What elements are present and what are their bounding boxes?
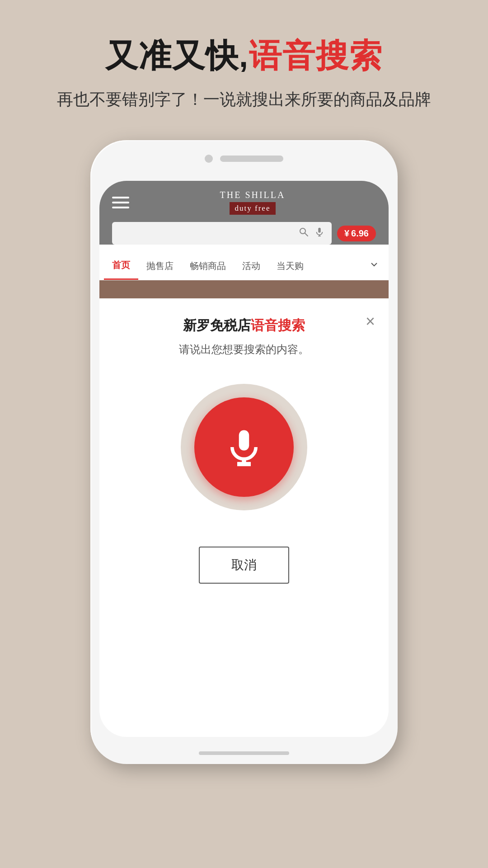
phone-screen: The Shilla duty free <box>99 181 389 737</box>
headline: 又准又快,语音搜索 <box>0 36 488 75</box>
search-icon <box>298 226 309 240</box>
nav-tab-events[interactable]: 活动 <box>234 253 268 279</box>
logo-title: The Shilla <box>220 190 286 200</box>
hamburger-line3 <box>112 207 129 208</box>
page-background: 又准又快,语音搜索 再也不要错别字了！一说就搜出来所要的商品及品牌 <box>0 0 488 868</box>
nav-tab-outlet[interactable]: 抛售店 <box>138 253 182 279</box>
hamburger-menu[interactable] <box>112 197 129 208</box>
svg-line-1 <box>305 233 308 236</box>
hamburger-line1 <box>112 197 129 198</box>
hamburger-line2 <box>112 202 129 203</box>
nav-tab-more[interactable] <box>364 252 384 280</box>
cart-badge[interactable]: ¥ 6.96 <box>337 226 376 241</box>
cart-value: 6.96 <box>351 228 369 239</box>
app-header-top: The Shilla duty free <box>112 190 376 222</box>
svg-rect-5 <box>239 430 249 451</box>
voice-search-popup: × 新罗免税店语音搜索 请说出您想要搜索的内容。 <box>99 298 389 584</box>
close-button[interactable]: × <box>366 312 375 331</box>
mic-button[interactable] <box>194 397 294 497</box>
phone-home-indicator <box>199 751 289 755</box>
phone-outer: The Shilla duty free <box>90 140 398 764</box>
logo-subtitle-box: duty free <box>230 202 276 215</box>
logo-subtitle-text: duty free <box>235 204 271 212</box>
nav-tab-today[interactable]: 当天购 <box>268 253 312 279</box>
phone-camera <box>205 155 213 163</box>
mic-icon <box>224 427 264 467</box>
cart-currency: ¥ <box>344 228 349 239</box>
mic-icon-header[interactable] <box>314 227 324 240</box>
mic-outer-ring <box>181 384 307 510</box>
popup-title-red: 语音搜索 <box>251 318 305 333</box>
subheadline: 再也不要错别字了！一说就搜出来所要的商品及品牌 <box>0 89 488 111</box>
popup-title-black: 新罗免税店 <box>183 318 251 333</box>
popup-subtitle: 请说出您想要搜索的内容。 <box>179 342 309 357</box>
nav-tab-bestseller[interactable]: 畅销商品 <box>182 253 234 279</box>
svg-point-0 <box>300 228 305 234</box>
phone-speaker <box>220 156 283 162</box>
image-strip <box>99 280 389 298</box>
search-bar[interactable] <box>112 222 332 245</box>
top-section: 又准又快,语音搜索 再也不要错别字了！一说就搜出来所要的商品及品牌 <box>0 0 488 129</box>
phone-mockup: The Shilla duty free <box>90 140 398 764</box>
popup-title: 新罗免税店语音搜索 <box>183 316 305 335</box>
search-input[interactable] <box>119 227 293 240</box>
svg-rect-2 <box>318 228 321 233</box>
headline-black: 又准又快, <box>105 38 249 74</box>
nav-tabs: 首页 抛售店 畅销商品 活动 当天购 <box>99 252 389 280</box>
phone-top-bar <box>205 155 283 163</box>
headline-red: 语音搜索 <box>249 38 383 74</box>
app-header: The Shilla duty free <box>99 181 389 245</box>
logo-area: The Shilla duty free <box>220 190 286 215</box>
cancel-button[interactable]: 取消 <box>199 547 289 584</box>
nav-tab-home[interactable]: 首页 <box>104 252 138 280</box>
